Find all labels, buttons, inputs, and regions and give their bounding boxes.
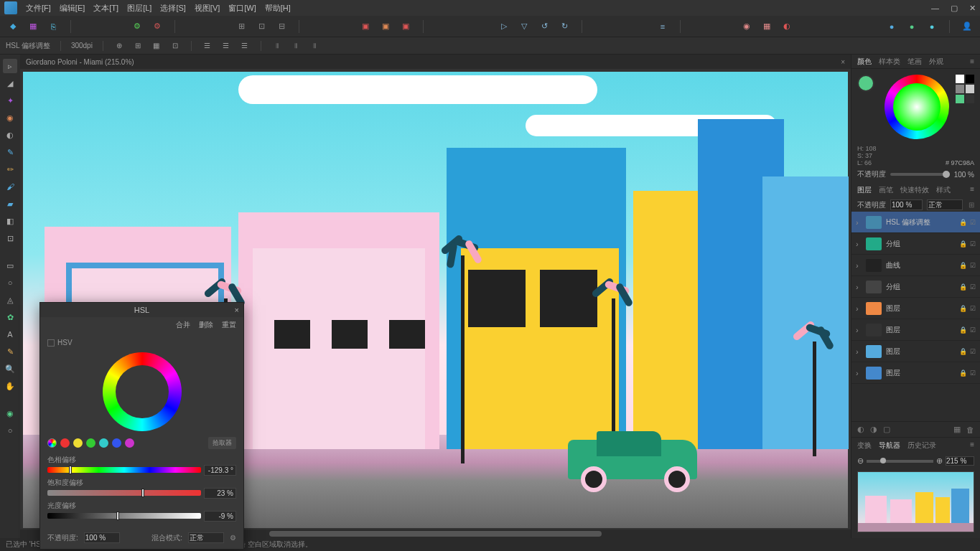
layer-row[interactable]: › HSL 偏移调整 🔒 ☑ [851,212,980,233]
visibility-checkbox[interactable]: ☑ [970,219,976,226]
cloud2-icon[interactable]: ● [905,19,919,34]
persona-export-icon[interactable]: ⎘ [46,19,60,34]
menu-window[interactable]: 窗口[W] [228,3,256,14]
visibility-checkbox[interactable]: ☑ [970,348,976,355]
blue-dot[interactable] [112,438,121,448]
layer-row[interactable]: › 分组 🔒 ☑ [851,233,980,255]
layer-name[interactable]: 图层 [886,303,955,314]
close-icon[interactable]: ✕ [969,4,976,13]
gear-double-icon[interactable]: ⚙ [150,19,164,34]
flip-v-icon[interactable]: ▽ [517,19,531,34]
layer-blend-select[interactable] [927,199,963,210]
menu-view[interactable]: 视图[V] [195,3,220,14]
lum-shift-value[interactable]: -9 % [204,511,236,522]
maximize-icon[interactable]: ▢ [951,4,958,13]
star-tool[interactable]: ✿ [3,310,17,324]
color-swap-tool[interactable]: ◉ [3,406,17,420]
rotate-cw-icon[interactable]: ↻ [557,19,571,34]
pen-tool[interactable]: ✎ [3,145,17,159]
tab-history[interactable]: 历史记录 [907,441,936,451]
layer-add-icon[interactable]: ▦ [953,425,961,434]
color-wheel[interactable] [885,75,949,139]
corner-tool[interactable]: ◐ [3,128,17,142]
hsl-reset-button[interactable]: 重置 [222,320,236,330]
tab-layers[interactable]: 图层 [857,185,872,195]
chevron-icon[interactable]: › [856,326,862,334]
account-icon[interactable]: 👤 [960,19,974,34]
tab-navigator[interactable]: 导航器 [879,441,900,451]
hue-shift-value[interactable]: -129.3 ° [204,465,236,476]
tab-transform[interactable]: 变换 [857,441,872,451]
yellow-dot[interactable] [73,438,83,448]
dropper-tool[interactable]: ✎ [3,344,17,359]
close-tab-icon[interactable]: × [841,58,845,66]
hsl-blend-select[interactable] [188,532,224,543]
recent-swatches[interactable] [956,75,974,139]
sat-shift-value[interactable]: 23 % [204,488,236,499]
panel-menu-icon[interactable]: ≡ [970,57,974,65]
snap2-icon[interactable]: ⊡ [254,19,269,34]
layer-row[interactable]: › 分组 🔒 ☑ [851,276,980,298]
tab-appearance[interactable]: 外观 [929,57,943,67]
tab-swatches[interactable]: 样本类 [879,57,900,67]
arrange-forward-icon[interactable]: ▣ [398,19,413,34]
layer-name[interactable]: HSL 偏移调整 [886,217,955,227]
hsl-merge-button[interactable]: 合并 [176,320,190,330]
lock2-icon[interactable]: ⊞ [132,40,144,52]
persona-pixel-icon[interactable]: ▦ [26,19,40,34]
bool2-icon[interactable]: ▦ [760,19,774,34]
lock-icon[interactable]: 🔒 [959,348,967,355]
menu-layer[interactable]: 图层[L] [127,3,151,14]
persona-vector-icon[interactable]: ◆ [6,19,20,34]
lock-icon[interactable]: ⊕ [113,40,125,52]
hex-readout[interactable]: 97C98A [951,159,974,166]
point-transform-tool[interactable]: ✦ [3,93,17,108]
text-tool[interactable]: A [3,327,17,342]
cloud1-icon[interactable]: ● [885,19,899,34]
layer-name[interactable]: 分组 [886,239,955,249]
navigator-thumbnail[interactable] [857,471,974,532]
hsv-checkbox[interactable]: HSV [47,339,236,347]
hsl-close-icon[interactable]: × [235,306,239,314]
chevron-icon[interactable]: › [856,347,862,356]
gear-icon[interactable]: ⚙ [130,19,144,34]
red-dot[interactable] [60,438,70,448]
crop-tool[interactable]: ⊡ [3,231,17,245]
chevron-icon[interactable]: › [856,240,862,248]
green-dot[interactable] [86,438,95,448]
fill-color-well[interactable] [857,75,874,92]
tab-stroke[interactable]: 笔画 [907,57,922,67]
chevron-icon[interactable]: › [856,283,862,291]
rectangle-tool[interactable]: ▭ [3,258,17,273]
lock4-icon[interactable]: ⊡ [169,40,181,52]
lock-icon[interactable]: 🔒 [959,219,967,226]
lum-shift-slider[interactable] [47,513,201,519]
layer-row[interactable]: › 图层 🔒 ☑ [851,319,980,341]
lock3-icon[interactable]: ▦ [151,40,162,52]
menu-edit[interactable]: 编辑[E] [60,3,85,14]
layer-name[interactable]: 图层 [886,368,955,378]
layer-adj-icon[interactable]: ◑ [870,425,877,434]
lock-icon[interactable]: 🔒 [959,283,967,291]
color-none-tool[interactable]: ○ [3,423,17,438]
zoom-input[interactable] [946,456,974,466]
hsl-options-icon[interactable]: ⚙ [230,534,236,542]
hue-shift-slider[interactable] [47,467,201,473]
valign2-icon[interactable]: ☰ [220,40,232,52]
hsl-adjustment-panel[interactable]: HSL × 合并 删除 重置 HSV 拾取器 色相偏移 -129.3 ° 饱和度 [39,302,244,550]
transparency-tool[interactable]: ◧ [3,214,17,228]
visibility-checkbox[interactable]: ☑ [970,326,976,334]
arrange-back-icon[interactable]: ▣ [358,19,373,34]
align-icon[interactable]: ≡ [655,19,670,34]
pan-tool[interactable]: ✋ [3,379,17,393]
layer-opacity-input[interactable] [890,199,923,210]
rotate-ccw-icon[interactable]: ↺ [537,19,551,34]
layer-row[interactable]: › 图层 🔒 ☑ [851,298,980,319]
contour-tool[interactable]: ◉ [3,110,17,125]
menu-select[interactable]: 选择[S] [160,3,185,14]
layer-row[interactable]: › 图层 🔒 ☑ [851,362,980,384]
tab-brushes[interactable]: 画笔 [879,185,893,195]
layer-mask-icon[interactable]: ▢ [883,425,890,434]
shape-tool[interactable]: ◬ [3,293,17,307]
bool1-icon[interactable]: ◉ [739,19,754,34]
